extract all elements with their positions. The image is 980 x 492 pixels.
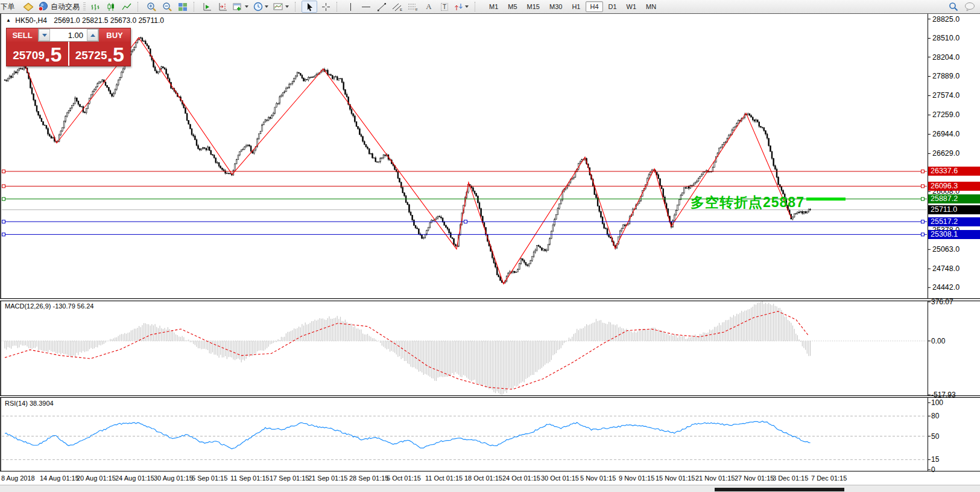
autotrading-button[interactable]: 自动交易: [37, 1, 81, 13]
candle-body: [559, 204, 560, 208]
timeframe-w1[interactable]: W1: [622, 1, 641, 12]
candle-body: [449, 229, 450, 233]
vertical-line-tool[interactable]: [343, 1, 358, 13]
candle-body: [343, 82, 344, 89]
candle-body: [779, 185, 780, 187]
candle-body: [493, 258, 495, 263]
candle-body: [330, 75, 332, 75]
arrows-tool[interactable]: [453, 1, 471, 13]
candle-body: [525, 263, 526, 265]
timeframe-m30[interactable]: M30: [545, 1, 566, 12]
hline-handle[interactable]: [2, 197, 5, 200]
templates-button[interactable]: [272, 1, 291, 13]
text-tool[interactable]: A: [422, 1, 436, 13]
search-icon[interactable]: [949, 2, 958, 11]
candle-body: [538, 246, 539, 246]
hline-handle[interactable]: [922, 197, 925, 200]
candle-body: [39, 115, 40, 118]
candle-body: [572, 179, 573, 180]
buy-button[interactable]: BUY: [99, 28, 130, 42]
chart-shift-button[interactable]: [216, 1, 230, 13]
zoom-in-button[interactable]: [144, 1, 159, 13]
candle-body: [693, 184, 694, 186]
candle-body: [373, 158, 375, 158]
candle-body: [382, 158, 383, 158]
candle-body: [418, 229, 419, 234]
candle-body: [329, 75, 330, 75]
timeframe-m5[interactable]: M5: [504, 1, 521, 12]
candle-body: [700, 176, 701, 178]
candle-body: [605, 228, 607, 229]
candle-body: [402, 187, 403, 193]
horizontal-line-tool[interactable]: [359, 1, 373, 13]
candle-body: [530, 260, 531, 264]
auto-scroll-button[interactable]: [200, 1, 215, 13]
candle-body: [473, 188, 474, 191]
candle-body: [105, 82, 106, 86]
symbol-name: HK50-,H4: [15, 16, 47, 25]
timeframe-m15[interactable]: M15: [523, 1, 544, 12]
line-chart-icon: [122, 2, 131, 11]
sell-button[interactable]: SELL: [7, 28, 38, 42]
timeframe-m1[interactable]: M1: [485, 1, 502, 12]
crosshair-button[interactable]: [318, 1, 333, 13]
hline-handle[interactable]: [2, 185, 5, 188]
candle-body: [722, 144, 723, 147]
candle-body: [199, 149, 200, 150]
text-label-tool[interactable]: T: [437, 1, 452, 13]
periods-button[interactable]: [252, 1, 271, 13]
timeframe-mn[interactable]: MN: [642, 1, 660, 12]
candlestick-chart-button[interactable]: [104, 1, 118, 13]
new-order-button[interactable]: 下单: [1, 1, 20, 13]
candle-body: [610, 237, 611, 238]
candle-body: [765, 130, 767, 134]
tile-windows-button[interactable]: [175, 1, 190, 13]
candle-body: [446, 225, 447, 228]
candle-body: [437, 217, 438, 219]
new-chart-button[interactable]: [232, 1, 251, 13]
sell-price[interactable]: 25709.5: [7, 42, 68, 66]
hline-handle[interactable]: [2, 170, 5, 173]
volume-increase-button[interactable]: [87, 29, 98, 41]
cursor-button[interactable]: [302, 1, 317, 13]
hline-handle[interactable]: [922, 170, 925, 173]
timeframe-h4[interactable]: H4: [586, 1, 602, 12]
candle-body: [760, 126, 762, 127]
candle-body: [52, 137, 54, 138]
volume-input[interactable]: 1.00: [50, 29, 87, 41]
candle-body: [97, 83, 98, 87]
timeframe-d1[interactable]: D1: [604, 1, 621, 12]
candle-body: [404, 193, 405, 196]
ohlc-values: 25691.0 25821.5 25673.0 25711.0: [54, 16, 164, 25]
chat-icon[interactable]: [964, 2, 975, 11]
hline-handle[interactable]: [2, 220, 5, 223]
equidistant-channel-tool[interactable]: E: [390, 1, 405, 13]
candle-body: [423, 238, 424, 238]
toolbar-grip: [83, 2, 86, 11]
hline-handle[interactable]: [922, 233, 925, 236]
zoom-in-icon: [147, 2, 157, 12]
volume-decrease-button[interactable]: [39, 29, 50, 41]
line-chart-button[interactable]: [119, 1, 134, 13]
zoom-out-button[interactable]: [160, 1, 174, 13]
candle-body: [222, 168, 223, 170]
pivot-annotation[interactable]: 多空转折点25887: [691, 193, 805, 212]
candle-body: [209, 147, 210, 151]
candle-body: [276, 104, 277, 107]
candle-body: [274, 107, 276, 113]
candle-body: [714, 162, 715, 168]
market-watch-icon[interactable]: [21, 1, 36, 13]
panel-expander-icon[interactable]: ▲: [6, 18, 11, 23]
candle-body: [207, 147, 209, 150]
hline-handle[interactable]: [922, 185, 925, 188]
timeframe-h1[interactable]: H1: [567, 1, 584, 12]
buy-price[interactable]: 25725.5: [69, 42, 131, 66]
hline-handle[interactable]: [2, 233, 5, 236]
bar-chart-button[interactable]: [88, 1, 103, 13]
hline-handle[interactable]: [922, 220, 925, 223]
candle-body: [215, 158, 217, 163]
trendline-tool[interactable]: [375, 1, 389, 13]
hline-handle[interactable]: [464, 220, 467, 223]
candle-body: [385, 155, 386, 156]
fibonacci-tool[interactable]: F: [406, 1, 420, 13]
